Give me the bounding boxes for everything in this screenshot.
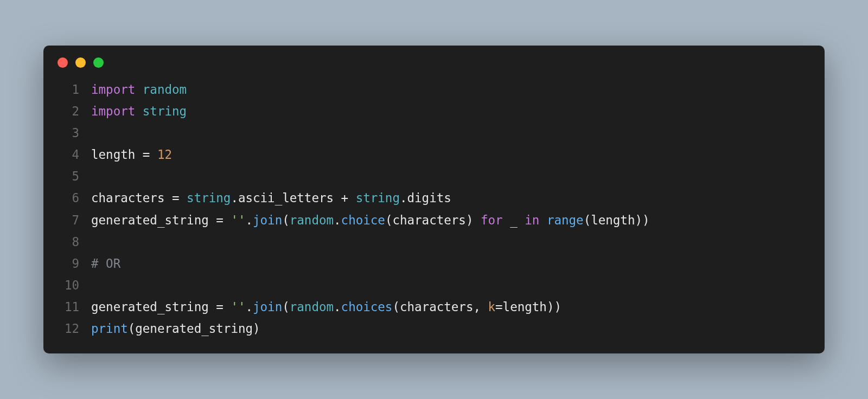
code-content[interactable] [91, 231, 99, 253]
code-content[interactable]: length = 12 [91, 144, 172, 165]
token-ident: (generated_string) [128, 321, 260, 336]
code-line[interactable]: 12print(generated_string) [58, 318, 810, 339]
line-number: 7 [58, 209, 79, 231]
token-op: + [341, 191, 349, 205]
code-line[interactable]: 4length = 12 [58, 144, 810, 165]
titlebar [43, 46, 825, 73]
code-line[interactable]: 6characters = string.ascii_letters + str… [58, 187, 810, 209]
token-ident [224, 300, 231, 314]
token-mod: string [187, 191, 231, 205]
code-line[interactable]: 1import random [58, 79, 810, 100]
code-content[interactable]: print(generated_string) [91, 318, 260, 339]
line-number: 8 [58, 231, 79, 253]
close-icon[interactable] [58, 57, 68, 68]
code-content[interactable]: import random [91, 79, 187, 100]
token-fn: choice [341, 213, 385, 227]
token-paren: ( [282, 213, 290, 227]
token-param: k [488, 300, 496, 314]
token-ident [150, 147, 157, 162]
token-ident: . [245, 300, 253, 314]
code-content[interactable]: import string [91, 100, 187, 122]
token-mod: random [290, 213, 334, 227]
code-line[interactable]: 11generated_string = ''.join(random.choi… [58, 296, 810, 318]
token-kw: import [91, 104, 135, 118]
code-content[interactable]: generated_string = ''.join(random.choice… [91, 296, 561, 318]
code-content[interactable]: # OR [91, 253, 120, 274]
token-paren: ( [282, 300, 290, 314]
token-fn: join [253, 300, 282, 314]
token-ident [135, 104, 143, 118]
token-kw: in [525, 213, 539, 227]
editor-window: 1import random2import string3 4length = … [43, 46, 825, 353]
code-line[interactable]: 2import string [58, 100, 810, 122]
code-content[interactable] [91, 165, 99, 187]
line-number: 9 [58, 253, 79, 274]
token-ident: (characters, [392, 300, 488, 314]
line-number: 2 [58, 100, 79, 122]
code-line[interactable]: 9# OR [58, 253, 810, 274]
token-ident: _ [503, 213, 525, 227]
token-fn: choices [341, 300, 393, 314]
token-ident: generated_string [91, 213, 216, 227]
token-ident: . [245, 213, 253, 227]
code-content[interactable] [91, 122, 99, 144]
token-ident [224, 213, 231, 227]
line-number: 5 [58, 165, 79, 187]
line-number: 11 [58, 296, 79, 318]
token-str: '' [231, 300, 245, 314]
line-number: 12 [58, 318, 79, 339]
token-mod: random [143, 82, 187, 96]
token-mod: string [143, 104, 187, 118]
token-op: = [216, 300, 224, 314]
line-number: 6 [58, 187, 79, 209]
token-ident: .ascii_letters [231, 191, 341, 205]
code-content[interactable] [91, 274, 99, 296]
token-ident: characters [91, 191, 172, 205]
token-num: 12 [157, 147, 172, 162]
token-ident [135, 82, 143, 96]
code-line[interactable]: 8 [58, 231, 810, 253]
code-content[interactable]: generated_string = ''.join(random.choice… [91, 209, 650, 231]
token-fn: range [547, 213, 584, 227]
token-kw: import [91, 82, 135, 96]
token-mod: string [356, 191, 400, 205]
token-ident [180, 191, 187, 205]
token-ident [539, 213, 547, 227]
line-number: 4 [58, 144, 79, 165]
line-number: 10 [58, 274, 79, 296]
maximize-icon[interactable] [93, 57, 104, 68]
token-fn: print [91, 321, 128, 336]
token-ident: . [334, 300, 341, 314]
token-ident: .digits [400, 191, 451, 205]
token-ident: (characters) [385, 213, 481, 227]
token-ident: generated_string [91, 300, 216, 314]
token-fn: join [253, 213, 282, 227]
token-ident: =length)) [495, 300, 561, 314]
token-ident: (length)) [584, 213, 650, 227]
code-content[interactable]: characters = string.ascii_letters + stri… [91, 187, 451, 209]
token-mod: random [290, 300, 334, 314]
token-op: = [143, 147, 150, 162]
line-number: 1 [58, 79, 79, 100]
token-ident: length [91, 147, 143, 162]
line-number: 3 [58, 122, 79, 144]
code-area[interactable]: 1import random2import string3 4length = … [43, 73, 825, 339]
token-ident [348, 191, 356, 205]
token-kw: for [481, 213, 503, 227]
token-op: = [216, 213, 224, 227]
token-cmt: # OR [91, 256, 120, 271]
code-line[interactable]: 10 [58, 274, 810, 296]
minimize-icon[interactable] [75, 57, 86, 68]
token-op: = [172, 191, 180, 205]
code-line[interactable]: 5 [58, 165, 810, 187]
code-line[interactable]: 3 [58, 122, 810, 144]
token-ident: . [334, 213, 341, 227]
token-str: '' [231, 213, 245, 227]
code-line[interactable]: 7generated_string = ''.join(random.choic… [58, 209, 810, 231]
